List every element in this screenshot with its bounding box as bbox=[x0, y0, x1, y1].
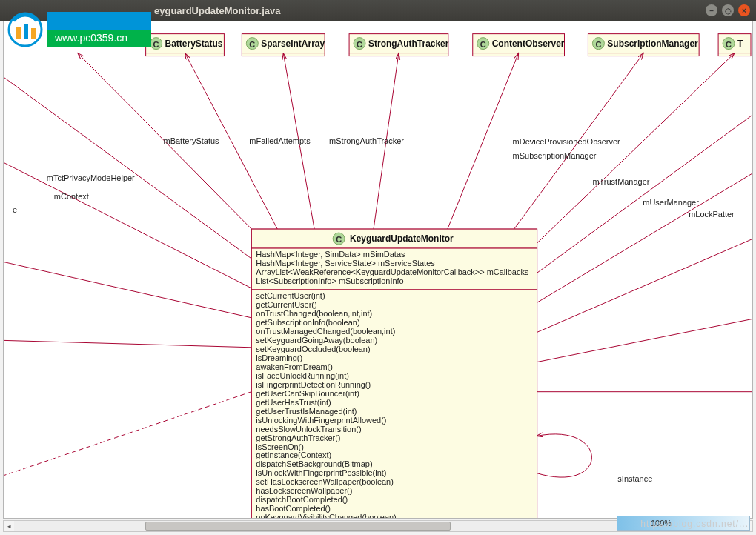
class-method: onTrustChanged(boolean,int,int) bbox=[256, 309, 372, 318]
class-method: getInstance(Context) bbox=[256, 451, 331, 459]
class-field: HashMap<Integer, SimData> mSimDatas bbox=[256, 250, 405, 259]
class-subscriptionmanager[interactable]: CSubscriptionManager bbox=[588, 34, 699, 56]
assoc-label: e bbox=[13, 205, 17, 214]
svg-line-39 bbox=[4, 259, 251, 318]
assoc-label: mStrongAuthTracker bbox=[329, 136, 404, 145]
class-method: setCurrentUser(int) bbox=[256, 291, 325, 300]
svg-line-45 bbox=[537, 318, 752, 362]
assoc-label: mBatteryStatus bbox=[164, 136, 219, 145]
class-method: getUserHasTrust(int) bbox=[256, 398, 331, 407]
assoc-label: mSubscriptionManager bbox=[513, 151, 597, 160]
class-method: onTrustManagedChanged(boolean,int) bbox=[256, 327, 395, 336]
window-buttons: – ◌ × bbox=[706, 4, 750, 16]
class-method: isDreaming() bbox=[256, 353, 302, 362]
class-method: hasBootCompleted() bbox=[256, 504, 331, 513]
svg-text:C: C bbox=[357, 40, 362, 49]
class-method: isUnlockWithFingerprintPossible(int) bbox=[256, 468, 386, 477]
class-method: setKeyguardGoingAway(boolean) bbox=[256, 336, 377, 345]
maximize-button[interactable]: ◌ bbox=[722, 4, 734, 16]
class-method: hasLockscreenWallpaper() bbox=[256, 486, 352, 495]
svg-text:C: C bbox=[153, 40, 159, 49]
svg-line-44 bbox=[537, 236, 752, 333]
class-method: dispatchBootCompleted() bbox=[256, 495, 348, 504]
window-title: eyguardUpdateMonitor.java bbox=[6, 5, 706, 16]
class-method: isScreenOn() bbox=[256, 442, 304, 451]
class-method: getCurrentUser() bbox=[256, 300, 316, 309]
class-method: isFaceUnlockRunning(int) bbox=[256, 371, 349, 380]
assoc-label: mLockPatter bbox=[689, 210, 735, 219]
main-class-name: KeyguardUpdateMonitor bbox=[350, 233, 454, 244]
class-method: awakenFromDream() bbox=[256, 362, 333, 371]
svg-line-42 bbox=[537, 110, 752, 273]
assoc-label: mTctPrivacyModeHelper bbox=[47, 173, 135, 182]
class-sparseintarray[interactable]: CSparseIntArray bbox=[242, 34, 325, 56]
class-contentobserver[interactable]: CContentObserver bbox=[473, 34, 565, 56]
scroll-left-icon[interactable]: ◂ bbox=[4, 521, 14, 531]
class-method: setKeyguardOccluded(boolean) bbox=[256, 345, 370, 353]
class-method: getSubscriptionInfo(boolean) bbox=[256, 318, 359, 327]
svg-text:C: C bbox=[336, 235, 342, 244]
class-field: List<SubscriptionInfo> mSubscriptionInfo bbox=[256, 276, 403, 285]
assoc-label: mTrustManager bbox=[592, 177, 649, 186]
uml-diagram-svg: CBatteryStatusCSparseIntArrayCStrongAuth… bbox=[4, 21, 752, 518]
class-method: setHasLockscreenWallpaper(boolean) bbox=[256, 477, 394, 486]
svg-text:C: C bbox=[726, 40, 732, 49]
assoc-label: mDeviceProvisionedObserver bbox=[513, 137, 620, 146]
class-method: getStrongAuthTracker() bbox=[256, 433, 340, 442]
close-button[interactable]: × bbox=[738, 4, 750, 16]
class-name-label: ContentObserver bbox=[492, 39, 565, 49]
svg-line-37 bbox=[4, 67, 251, 259]
svg-text:C: C bbox=[595, 40, 601, 49]
class-strongauthtracker[interactable]: CStrongAuthTracker bbox=[349, 34, 449, 56]
scrollbar-thumb[interactable] bbox=[145, 522, 451, 531]
assoc-label: mUserManager bbox=[643, 198, 699, 207]
svg-line-43 bbox=[537, 170, 752, 303]
zoom-value: 100% bbox=[651, 519, 672, 528]
svg-line-40 bbox=[4, 340, 251, 348]
class-name-label: SubscriptionManager bbox=[607, 39, 698, 49]
svg-text:C: C bbox=[480, 40, 486, 49]
class-field: ArrayList<WeakReference<KeyguardUpdateMo… bbox=[256, 268, 529, 276]
assoc-label: sInstance bbox=[617, 474, 652, 483]
class-method: needsSlowUnlockTransition() bbox=[256, 425, 361, 433]
class-field: HashMap<Integer, ServiceState> mServiceS… bbox=[256, 259, 435, 268]
svg-line-34 bbox=[448, 53, 519, 230]
svg-text:C: C bbox=[249, 40, 255, 49]
svg-line-41 bbox=[4, 392, 251, 481]
class-method: isFingerprintDetectionRunning() bbox=[256, 380, 371, 389]
class-method: getUserTrustIsManaged(int) bbox=[256, 407, 357, 416]
minimize-button[interactable]: – bbox=[706, 4, 717, 16]
class-batterystatus[interactable]: CBatteryStatus bbox=[146, 34, 225, 56]
class-name-label: T bbox=[737, 39, 743, 49]
class-method: isUnlockingWithFingerprintAllowed() bbox=[256, 416, 386, 425]
assoc-label: mFailedAttempts bbox=[249, 136, 311, 145]
class-name-label: SparseIntArray bbox=[261, 39, 325, 49]
diagram-canvas[interactable]: CBatteryStatusCSparseIntArrayCStrongAuth… bbox=[3, 21, 753, 519]
class-t[interactable]: CT bbox=[718, 34, 751, 56]
assoc-label: mContext bbox=[54, 192, 89, 201]
class-keyguardupdatemonitor[interactable]: CKeyguardUpdateMonitorHashMap<Integer, S… bbox=[251, 229, 537, 518]
class-method: dispatchSetBackground(Bitmap) bbox=[256, 459, 372, 468]
window-titlebar: eyguardUpdateMonitor.java – ◌ × bbox=[0, 0, 756, 21]
class-method: onKeyguardVisibilityChanged(boolean) bbox=[256, 513, 396, 518]
class-name-label: StrongAuthTracker bbox=[368, 39, 449, 49]
class-name-label: BatteryStatus bbox=[165, 39, 223, 49]
class-method: getUserCanSkipBouncer(int) bbox=[256, 389, 359, 398]
zoom-indicator[interactable]: 100% bbox=[617, 516, 750, 531]
